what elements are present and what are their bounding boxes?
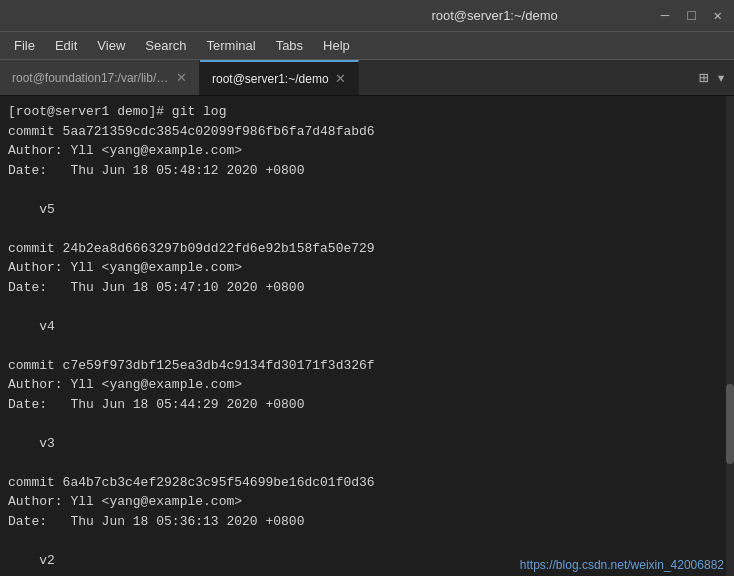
minimize-button[interactable]: ─ xyxy=(657,6,673,26)
scrollbar-thumb[interactable] xyxy=(726,384,734,464)
tabbar: root@foundation17:/var/lib/libvirt/i... … xyxy=(0,60,734,96)
menu-tabs[interactable]: Tabs xyxy=(266,35,313,56)
titlebar: root@server1:~/demo ─ □ ✕ xyxy=(0,0,734,32)
new-tab-icon[interactable]: ⊞ xyxy=(699,68,709,88)
menu-edit[interactable]: Edit xyxy=(45,35,87,56)
menu-terminal[interactable]: Terminal xyxy=(197,35,266,56)
tab-foundation[interactable]: root@foundation17:/var/lib/libvirt/i... … xyxy=(0,60,200,95)
tab-server1-label: root@server1:~/demo xyxy=(212,72,329,86)
statusbar-link[interactable]: https://blog.csdn.net/weixin_42006882 xyxy=(510,554,734,576)
tabbar-actions: ⊞ ▾ xyxy=(691,60,734,95)
maximize-button[interactable]: □ xyxy=(683,6,699,26)
menubar: File Edit View Search Terminal Tabs Help xyxy=(0,32,734,60)
tab-foundation-close[interactable]: ✕ xyxy=(176,70,187,85)
tab-server1-close[interactable]: ✕ xyxy=(335,71,346,86)
menu-file[interactable]: File xyxy=(4,35,45,56)
titlebar-controls: ─ □ ✕ xyxy=(657,5,726,26)
tab-server1[interactable]: root@server1:~/demo ✕ xyxy=(200,60,359,95)
terminal: [root@server1 demo]# git log commit 5aa7… xyxy=(0,96,734,576)
dropdown-icon[interactable]: ▾ xyxy=(716,68,726,88)
menu-view[interactable]: View xyxy=(87,35,135,56)
terminal-output: [root@server1 demo]# git log commit 5aa7… xyxy=(8,102,726,576)
menu-help[interactable]: Help xyxy=(313,35,360,56)
close-button[interactable]: ✕ xyxy=(710,5,726,26)
titlebar-title: root@server1:~/demo xyxy=(332,8,656,23)
menu-search[interactable]: Search xyxy=(135,35,196,56)
tab-foundation-label: root@foundation17:/var/lib/libvirt/i... xyxy=(12,71,170,85)
scrollbar[interactable] xyxy=(726,96,734,576)
